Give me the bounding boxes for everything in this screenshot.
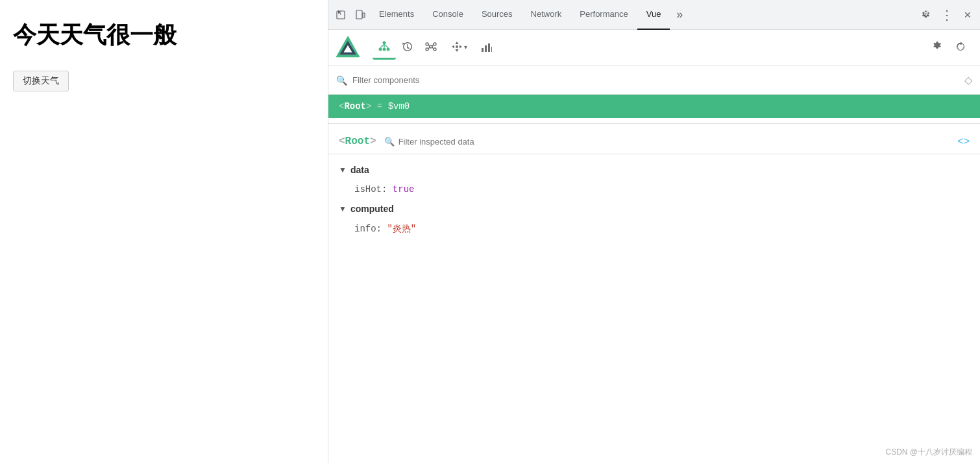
tab-elements[interactable]: Elements [370,0,423,30]
data-section: ▼ data isHot: true ▼ computed info: "炎热" [328,154,980,244]
left-panel: 今天天气很一般 切换天气 [0,0,328,463]
filter-target-icon[interactable]: ◇ [964,74,972,86]
inspector-panel: <Root> 🔍 <> ▼ data isHot: true ▼ compute… [328,129,980,463]
computed-section-name: computed [350,204,394,214]
svg-point-5 [383,42,386,45]
inspector-root-label: <Root> [339,136,376,147]
svg-point-12 [430,45,432,48]
data-value-ishot: true [393,184,415,195]
data-row-info: info: "炎热" [339,219,970,239]
inspect-element-icon[interactable] [331,5,350,25]
data-arrow-icon: ▼ [339,165,347,174]
svg-rect-2 [363,13,365,18]
tab-sources[interactable]: Sources [472,0,522,30]
settings-icon[interactable] [916,5,936,25]
svg-point-7 [387,48,390,51]
tab-vue[interactable]: Vue [637,0,670,30]
filter-inspected-container: 🔍 [384,137,958,147]
vue-settings-button[interactable] [925,36,949,60]
svg-line-9 [384,45,388,48]
computed-arrow-icon: ▼ [339,204,347,213]
close-devtools-icon[interactable]: ✕ [958,5,977,25]
panel-divider [328,123,980,124]
devtools-panel: Elements Console Sources Network Perform… [328,0,980,463]
refresh-button[interactable] [949,36,972,60]
svg-line-8 [380,45,384,48]
data-key-ishot: isHot [354,184,382,195]
tab-performance[interactable]: Performance [570,0,637,30]
more-tabs-icon[interactable]: » [670,5,689,25]
switch-weather-button[interactable]: 切换天气 [13,71,69,91]
svg-rect-23 [485,45,487,52]
svg-line-19 [428,47,430,49]
svg-point-11 [383,48,386,51]
data-row-ishop: isHot: true [339,180,970,198]
svg-point-15 [426,48,428,51]
inspector-header: <Root> 🔍 <> [328,129,980,154]
svg-point-13 [426,43,428,45]
component-tree-button[interactable] [373,36,396,60]
data-value-info: "炎热" [387,224,416,234]
performance-button[interactable] [475,36,498,60]
vuex-button[interactable] [419,36,443,60]
filter-bar: 🔍 ◇ [328,66,980,95]
component-tree: <Root> = $vm0 [328,95,980,118]
svg-line-17 [428,44,430,47]
filter-search-icon: 🔍 [336,75,347,86]
vue-logo-icon [336,36,360,60]
watermark: CSDN @十八岁讨厌编程 [885,447,972,458]
data-section-header[interactable]: ▼ data [339,160,970,180]
root-component-item[interactable]: <Root> = $vm0 [328,95,980,118]
svg-line-20 [432,47,434,49]
svg-point-16 [434,48,436,51]
router-button[interactable]: ▾ [443,36,475,60]
tab-console[interactable]: Console [423,0,472,30]
svg-point-21 [456,45,458,48]
more-options-icon[interactable]: ⋮ [937,5,957,25]
svg-point-14 [434,43,436,45]
svg-rect-24 [488,43,490,52]
svg-rect-25 [491,47,492,52]
data-key-info: info [354,224,376,234]
page-title: 今天天气很一般 [13,19,315,51]
svg-point-6 [379,48,382,51]
vue-toolbar: ▾ [328,30,980,66]
filter-inspected-icon: 🔍 [384,137,395,147]
filter-components-input[interactable] [352,75,964,85]
computed-section-header[interactable]: ▼ computed [339,198,970,219]
devtools-topbar: Elements Console Sources Network Perform… [328,0,980,30]
tab-network[interactable]: Network [522,0,571,30]
edit-code-icon[interactable]: <> [957,136,970,147]
filter-inspected-input[interactable] [398,137,508,147]
svg-rect-1 [356,10,362,19]
data-section-name: data [350,165,369,175]
svg-rect-22 [482,48,484,52]
history-button[interactable] [396,36,419,60]
device-toolbar-icon[interactable] [350,5,370,25]
svg-line-18 [432,44,434,47]
